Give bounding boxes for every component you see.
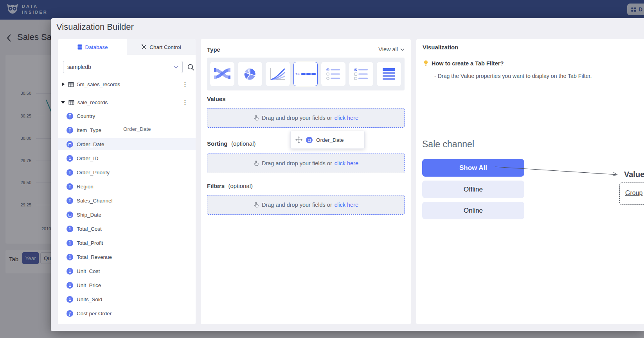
values-dropzone[interactable]: Drag and drop your fields or click here xyxy=(207,108,405,128)
field-row[interactable]: ◻ Ship_Date xyxy=(58,209,196,221)
move-icon xyxy=(295,136,303,144)
database-select-value: sampledb xyxy=(67,64,174,70)
field-type-icon: 1 xyxy=(67,296,73,303)
drag-ghost-label: Order_Date xyxy=(123,126,151,132)
dashboard-nav-button[interactable]: D xyxy=(627,4,644,15)
flow-arrow-icon xyxy=(494,164,623,177)
type-section-label: Type xyxy=(207,46,220,53)
table-name: 5m_sales_records xyxy=(77,81,120,87)
dashboard-icon xyxy=(631,7,637,13)
dashboard-nav-label: D xyxy=(639,6,642,13)
option-offline-button[interactable]: Offline xyxy=(422,181,524,198)
sorting-dropzone[interactable]: Drag and drop your fields or click here xyxy=(207,154,405,173)
drag-hand-icon xyxy=(253,202,259,208)
dropzone-click-here-link[interactable]: click here xyxy=(335,160,358,166)
owl-logo-icon xyxy=(5,2,20,17)
field-row[interactable]: 1 Total_Cost xyxy=(58,223,196,235)
values-section-label: Values xyxy=(207,96,226,102)
field-label: Units_Sold xyxy=(77,296,102,302)
view-all-chevron-icon xyxy=(400,48,405,51)
field-type-icon: ƒ xyxy=(67,310,73,317)
field-type-icon: 1 xyxy=(67,240,73,246)
tab-filter-icon-text: Tab xyxy=(295,73,300,76)
search-icon[interactable] xyxy=(187,63,194,71)
drag-chip[interactable]: ◻ Order_Date xyxy=(290,131,365,149)
drag-hand-icon xyxy=(253,160,259,166)
sorting-optional-suffix: (optional) xyxy=(231,140,256,147)
chart-type-table[interactable] xyxy=(377,62,401,86)
field-label: Item_Type xyxy=(77,127,101,133)
table-row-sale-records[interactable]: sale_records ⋮ xyxy=(58,96,196,108)
collapse-caret-icon[interactable] xyxy=(62,82,65,86)
field-label: Order_Date xyxy=(77,141,104,147)
filters-dropzone[interactable]: Drag and drop your fields or click here xyxy=(207,195,405,215)
chart-type-sankey[interactable] xyxy=(210,62,234,86)
view-all-button[interactable]: View all xyxy=(378,46,405,52)
field-row[interactable]: 1 Units_Sold xyxy=(58,293,196,305)
expand-caret-icon[interactable] xyxy=(61,101,65,104)
field-type-icon: 1 xyxy=(67,155,73,162)
field-type-icon: 1 xyxy=(67,282,73,289)
chart-type-multi-choice[interactable] xyxy=(349,62,373,86)
kebab-icon[interactable]: ⋮ xyxy=(182,80,189,89)
field-type-icon: ◻ xyxy=(67,211,73,218)
modal-title: Visualization Builder xyxy=(56,22,134,32)
field-row[interactable]: ƒ Cost per Order xyxy=(58,307,196,319)
field-row[interactable]: T Country xyxy=(58,110,196,122)
tab-filter-icon: Tab xyxy=(295,73,315,76)
field-row[interactable]: 1 Total_Revenue xyxy=(58,251,196,263)
brand-text: DATA INSIDER xyxy=(22,4,48,15)
tab-filter-icon-dashes xyxy=(301,73,316,75)
builder-panel: Type View all xyxy=(201,39,411,324)
dropzone-click-here-link[interactable]: click here xyxy=(335,115,358,121)
dropzone-click-here-link[interactable]: click here xyxy=(335,202,358,208)
filters-label: Filters xyxy=(207,183,225,189)
field-type-icon: T xyxy=(67,127,73,134)
group-dropzone[interactable]: Group xyxy=(619,183,644,205)
field-row[interactable]: T Region xyxy=(58,181,196,192)
table-row-5m-sales-records[interactable]: 5m_sales_records ⋮ xyxy=(58,78,196,90)
field-label: Ship_Date xyxy=(77,212,101,218)
brand-line-2: INSIDER xyxy=(22,9,48,15)
pie-icon xyxy=(243,67,257,81)
database-select[interactable]: sampledb xyxy=(63,61,183,73)
option-online-button[interactable]: Online xyxy=(422,202,524,219)
field-row[interactable]: 1 Unit_Price xyxy=(58,279,196,291)
field-type-icon: 1 xyxy=(67,268,73,275)
sorting-section-label: Sorting (optional) xyxy=(207,140,256,147)
line-chart-icon xyxy=(270,67,286,81)
field-type-icon: ◻ xyxy=(67,141,73,148)
database-panel: Database Chart Control sampledb xyxy=(58,39,196,324)
field-type-icon: T xyxy=(67,183,73,190)
field-label: Total_Profit xyxy=(77,240,103,246)
field-type-icon: 1 xyxy=(67,254,73,260)
chart-type-strip: Tab xyxy=(207,58,405,90)
tab-chart-control-label: Chart Control xyxy=(149,44,181,50)
field-row[interactable]: T Order_Priority xyxy=(58,166,196,178)
bulb-icon xyxy=(423,60,429,67)
dropzone-hint: Drag and drop your fields or xyxy=(262,115,332,121)
field-row-selected[interactable]: ◻ Order_Date xyxy=(58,138,196,150)
group-label: Group xyxy=(625,190,642,197)
field-row[interactable]: 1 Total_Profit xyxy=(58,237,196,249)
chart-type-tab-filter[interactable]: Tab xyxy=(293,62,318,86)
checkbox-list-icon xyxy=(354,67,369,81)
kebab-icon[interactable]: ⋮ xyxy=(182,98,189,107)
chart-type-pie[interactable] xyxy=(238,62,262,86)
table-icon xyxy=(68,99,74,105)
chart-type-single-choice[interactable] xyxy=(321,62,345,86)
field-row[interactable]: T Sales_Channel xyxy=(58,195,196,206)
view-all-label: View all xyxy=(378,46,398,52)
chart-type-line[interactable] xyxy=(266,62,290,86)
field-row[interactable]: 1 Unit_Cost xyxy=(58,265,196,277)
field-label: Total_Cost xyxy=(77,226,102,232)
field-type-icon: T xyxy=(67,169,73,176)
tab-database[interactable]: Database xyxy=(58,39,127,55)
field-row[interactable]: 1 Order_ID xyxy=(58,152,196,164)
tab-chart-control[interactable]: Chart Control xyxy=(127,39,196,55)
drag-chip-label: Order_Date xyxy=(316,137,344,143)
field-label: Unit_Price xyxy=(77,282,101,288)
chart-control-icon xyxy=(141,44,147,50)
sankey-icon xyxy=(214,67,230,81)
dropzone-hint: Drag and drop your fields or xyxy=(262,160,332,166)
